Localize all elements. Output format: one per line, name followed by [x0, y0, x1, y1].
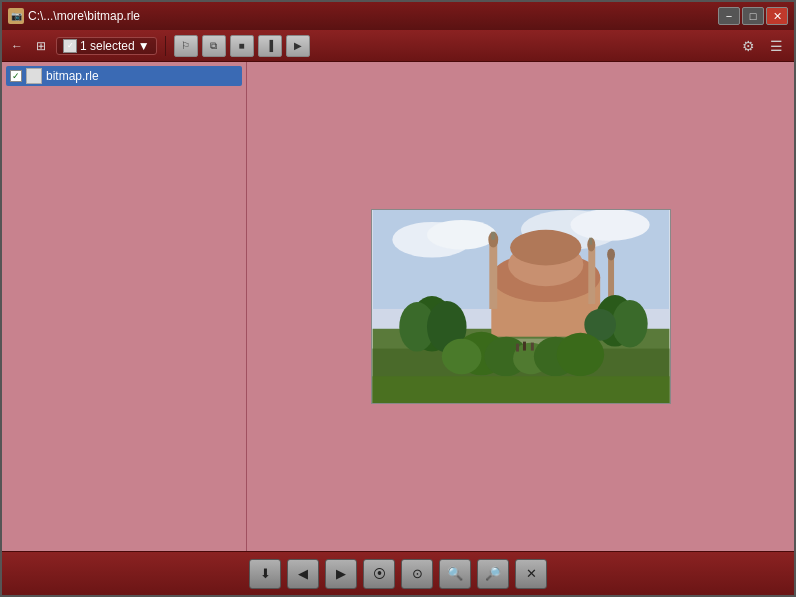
prev-button[interactable]: ◀ — [287, 559, 319, 589]
back-icon[interactable]: ← — [8, 37, 26, 55]
grid-icon[interactable]: ⊞ — [32, 37, 50, 55]
main-content: ✓ bitmap.rle — [2, 62, 794, 551]
file-item[interactable]: ✓ bitmap.rle — [6, 66, 242, 86]
settings-icon[interactable]: ⚙ — [736, 35, 760, 57]
svg-rect-33 — [516, 344, 519, 352]
title-bar-left: 📷 C:\...\more\bitmap.rle — [8, 8, 140, 24]
file-panel: ✓ bitmap.rle — [2, 62, 247, 551]
nav-buttons: ⚐ ⧉ ■ ▐ ▶ — [174, 35, 310, 57]
maximize-button[interactable]: □ — [742, 7, 764, 25]
selected-badge[interactable]: ✓ 1 selected ▼ — [56, 37, 157, 55]
svg-rect-16 — [588, 245, 595, 304]
close-button[interactable]: ✕ — [766, 7, 788, 25]
flag-button[interactable]: ⚐ — [174, 35, 198, 57]
window-title: C:\...\more\bitmap.rle — [28, 9, 140, 23]
toolbar: ← ⊞ ✓ 1 selected ▼ ⚐ ⧉ ■ ▐ ▶ ⚙ ☰ — [2, 30, 794, 62]
original-button[interactable]: ⊙ — [401, 559, 433, 589]
toolbar-right: ⚙ ☰ — [736, 35, 788, 57]
svg-point-12 — [510, 230, 581, 266]
checkbox-icon: ✓ — [63, 39, 77, 53]
panel-button[interactable]: ▐ — [258, 35, 282, 57]
fit-button[interactable]: ⦿ — [363, 559, 395, 589]
selected-label: 1 selected — [80, 39, 135, 53]
dropdown-arrow: ▼ — [138, 39, 150, 53]
file-name: bitmap.rle — [46, 69, 99, 83]
forward-button[interactable]: ▶ — [286, 35, 310, 57]
download-button[interactable]: ⬇ — [249, 559, 281, 589]
bottom-toolbar: ⬇ ◀ ▶ ⦿ ⊙ 🔍 🔎 ✕ — [2, 551, 794, 595]
zoom-in-button[interactable]: 🔍 — [439, 559, 471, 589]
next-button[interactable]: ▶ — [325, 559, 357, 589]
svg-point-25 — [612, 300, 648, 348]
title-bar: 📷 C:\...\more\bitmap.rle − □ ✕ — [2, 2, 794, 30]
svg-rect-36 — [372, 376, 669, 403]
preview-image — [371, 209, 671, 404]
copy-button[interactable]: ⧉ — [202, 35, 226, 57]
minimize-button[interactable]: − — [718, 7, 740, 25]
svg-point-28 — [441, 339, 481, 375]
app-window: 📷 C:\...\more\bitmap.rle − □ ✕ ← ⊞ ✓ 1 s… — [0, 0, 796, 597]
svg-rect-35 — [530, 343, 533, 351]
svg-point-5 — [570, 210, 649, 241]
menu-icon[interactable]: ☰ — [764, 35, 788, 57]
svg-rect-18 — [589, 238, 592, 245]
separator — [165, 36, 166, 56]
preview-panel — [247, 62, 794, 551]
close-view-button[interactable]: ✕ — [515, 559, 547, 589]
preview-svg — [372, 210, 670, 403]
svg-point-20 — [607, 249, 615, 261]
svg-point-3 — [426, 220, 495, 250]
svg-rect-34 — [522, 342, 525, 351]
svg-rect-13 — [489, 240, 497, 309]
zoom-out-button[interactable]: 🔎 — [477, 559, 509, 589]
svg-point-32 — [556, 333, 604, 377]
file-thumbnail — [26, 68, 42, 84]
svg-rect-15 — [491, 232, 495, 240]
title-bar-controls: − □ ✕ — [718, 7, 788, 25]
stop-button[interactable]: ■ — [230, 35, 254, 57]
file-checkbox[interactable]: ✓ — [10, 70, 22, 82]
app-icon: 📷 — [8, 8, 24, 24]
